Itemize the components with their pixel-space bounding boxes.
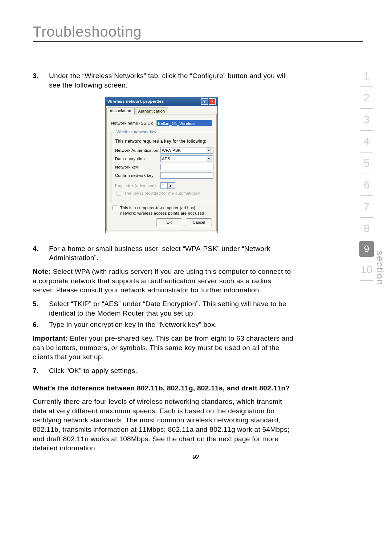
wireless-dialog: Wireless network properties ? × Associat… xyxy=(105,97,218,233)
question-body: Currently there are four levels of wirel… xyxy=(33,397,294,453)
fieldset-legend: Wireless network key xyxy=(115,129,158,135)
auth-select[interactable]: WPA-PSK▾ xyxy=(160,147,213,154)
help-icon[interactable]: ? xyxy=(201,98,208,105)
step-number: 5. xyxy=(33,299,49,318)
nav-4[interactable]: 4 xyxy=(359,131,374,152)
nav-10[interactable]: 10 xyxy=(359,259,374,280)
step-text: Type in your encryption key in the “Netw… xyxy=(49,320,294,329)
auto-key-checkbox xyxy=(117,191,121,196)
auth-label: Network Authentication: xyxy=(115,148,160,153)
step-number: 6. xyxy=(33,320,49,329)
step-text: Select “TKIP” or “AES” under “Date Encry… xyxy=(49,299,294,318)
important-text: Enter your pre-shared key. This can be f… xyxy=(33,334,293,361)
cancel-button[interactable]: Cancel xyxy=(186,218,212,226)
adhoc-label: This is a computer-to-computer (ad hoc) … xyxy=(120,205,212,216)
dialog-title: Wireless network properties xyxy=(107,99,164,104)
nav-2[interactable]: 2 xyxy=(359,87,374,108)
section-label: section xyxy=(374,251,385,285)
confirm-label: Confirm network key: xyxy=(115,173,160,178)
step-5: 5. Select “TKIP” or “AES” under “Date En… xyxy=(33,299,294,318)
section-nav: 1 2 3 4 5 6 7 8 9 10 xyxy=(359,65,375,281)
step-6: 6. Type in your encryption key in the “N… xyxy=(33,320,294,329)
step-text: For a home or small business user, selec… xyxy=(49,244,294,263)
note-label: Note: xyxy=(33,268,51,275)
close-icon[interactable]: × xyxy=(209,98,216,105)
dialog-titlebar: Wireless network properties ? × xyxy=(106,97,217,106)
nav-5[interactable]: 5 xyxy=(359,153,374,174)
step-4: 4. For a home or small business user, se… xyxy=(33,244,294,263)
keyindex-label: Key index (advanced): xyxy=(115,183,160,188)
main-content: 3. Under the “Wireless Networks” tab, cl… xyxy=(33,71,294,453)
step-number: 7. xyxy=(33,366,49,376)
important-label: Important: xyxy=(33,334,68,342)
tab-association[interactable]: Association xyxy=(106,107,135,114)
chevron-down-icon: ▾ xyxy=(206,156,212,162)
note-text: Select WPA (with radius server) if you a… xyxy=(33,268,291,294)
ssid-field[interactable]: Belkin_N1_Wireless xyxy=(156,120,212,126)
ssid-label: Network name (SSID): xyxy=(111,121,156,126)
auto-key-label: The key is provided for me automatically xyxy=(124,191,200,196)
ok-button[interactable]: OK xyxy=(156,218,182,226)
confirm-key-input[interactable] xyxy=(160,172,213,179)
step-text: Under the “Wireless Networks” tab, click… xyxy=(49,71,294,90)
stepper-icon: ▴ xyxy=(167,183,173,188)
step-7: 7. Click “OK” to apply settings. xyxy=(33,366,294,376)
page-number: 92 xyxy=(0,454,392,461)
nav-9-active[interactable]: 9 xyxy=(359,241,374,257)
nav-7[interactable]: 7 xyxy=(359,196,374,217)
nav-8[interactable]: 8 xyxy=(359,218,374,239)
question-heading: What’s the difference between 802.11b, 8… xyxy=(33,384,294,393)
chevron-down-icon: ▾ xyxy=(206,147,212,153)
network-key-input[interactable] xyxy=(160,164,213,170)
adhoc-checkbox[interactable] xyxy=(113,206,117,210)
step-number: 4. xyxy=(33,244,49,263)
enc-select[interactable]: AES▾ xyxy=(160,155,213,162)
enc-label: Data encryption: xyxy=(115,156,160,162)
nav-1[interactable]: 1 xyxy=(359,65,374,86)
nav-6[interactable]: 6 xyxy=(359,174,374,195)
key-label: Network key: xyxy=(115,165,160,170)
wireless-key-fieldset: Wireless network key This network requir… xyxy=(111,129,217,202)
important-paragraph: Important: Enter your pre-shared key. Th… xyxy=(33,334,294,362)
keyindex-select: 1▴ xyxy=(160,182,175,189)
note-paragraph: Note: Select WPA (with radius server) if… xyxy=(33,267,294,295)
nav-divider xyxy=(360,280,373,281)
nav-3[interactable]: 3 xyxy=(359,109,374,130)
step-number: 3. xyxy=(33,71,49,90)
page-title: Troubleshooting xyxy=(33,24,363,42)
fieldset-desc: This network requires a key for the foll… xyxy=(115,138,213,144)
step-text: Click “OK” to apply settings. xyxy=(49,366,294,376)
step-3: 3. Under the “Wireless Networks” tab, cl… xyxy=(33,71,294,90)
